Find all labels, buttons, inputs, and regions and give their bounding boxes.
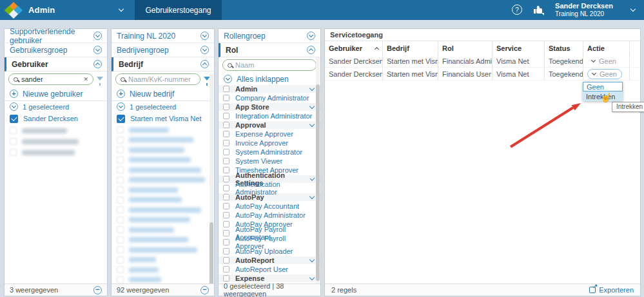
checkbox[interactable] [223, 176, 229, 182]
scrollbar[interactable] [210, 74, 213, 284]
chevron-down-icon[interactable] [309, 121, 315, 126]
expand-icon[interactable] [93, 32, 102, 40]
role-group-row[interactable]: Approval [219, 120, 320, 129]
checkbox[interactable] [223, 266, 229, 273]
chevron-down-icon[interactable] [309, 103, 315, 108]
checkbox[interactable] [223, 95, 229, 101]
feedback-icon[interactable] [534, 6, 543, 14]
checkbox[interactable] [223, 257, 229, 263]
collapse-icon[interactable] [93, 60, 102, 68]
chevron-down-icon[interactable] [309, 274, 315, 280]
checkbox[interactable] [223, 221, 229, 227]
role-group-row[interactable]: AutoReport [219, 256, 320, 265]
user-search-input[interactable]: sander ✕ [8, 73, 93, 85]
role-label: Expense Approver [235, 130, 293, 138]
checkbox[interactable] [223, 194, 229, 200]
checkbox[interactable] [223, 131, 229, 137]
checkbox-checked[interactable] [10, 115, 18, 123]
role-search-input[interactable]: Naam [222, 59, 317, 71]
checkbox[interactable] [223, 275, 229, 282]
user-menu[interactable]: Sander Dercksen Training NL 2020 [555, 2, 613, 17]
user-menu-chevron-icon[interactable] [630, 6, 636, 12]
role-item-row[interactable]: Company Administrator [219, 93, 320, 102]
checkbox[interactable] [223, 212, 229, 218]
action-select[interactable]: Geen [587, 57, 621, 66]
role-item-row[interactable]: Authentication Administrator [219, 184, 320, 193]
section-training-nl-2020[interactable]: Training NL 2020 [112, 29, 214, 43]
expand-icon[interactable] [93, 46, 102, 54]
column-header-rol[interactable]: Rol [438, 41, 492, 55]
checkbox[interactable] [223, 239, 229, 245]
column-header-actie[interactable]: Actie [583, 41, 629, 55]
new-company-button[interactable]: Nieuw bedrijf [112, 87, 214, 101]
section-bedrijvengroep[interactable]: Bedrijvengroep [112, 43, 214, 57]
section-gebruikersgroep[interactable]: Gebruikersgroep [5, 43, 107, 57]
role-item-row[interactable]: Expense Approver [219, 129, 320, 139]
section-bedrijf-active[interactable]: Bedrijf [112, 57, 214, 72]
role-group-row[interactable]: Admin [219, 84, 320, 93]
chevron-down-icon[interactable] [309, 85, 315, 90]
checkbox[interactable] [223, 86, 229, 92]
section-rollengroep[interactable]: Rollengroep [219, 29, 320, 43]
role-item-row[interactable]: AutoPay Payroll Approver [219, 238, 320, 247]
expand-icon[interactable] [307, 32, 315, 40]
role-group-row[interactable]: Expense [219, 274, 320, 283]
checkbox-checked[interactable] [117, 115, 125, 123]
section-supportverlenende-gebruiker[interactable]: Supportverlenende gebruiker [5, 29, 107, 43]
selected-company-row[interactable]: Starten met Visma Net [112, 112, 214, 125]
clear-search-icon[interactable]: ✕ [83, 76, 88, 82]
checkbox[interactable] [223, 167, 229, 173]
checkbox[interactable] [223, 149, 229, 155]
collapse-icon[interactable] [307, 46, 315, 54]
table-row[interactable]: Sander DercksenStarten met Visma NetFina… [325, 55, 640, 68]
checkbox[interactable] [223, 140, 229, 146]
company-search-input[interactable]: Naam/KvK-nummer [115, 73, 200, 85]
role-item-row[interactable]: System Viewer [219, 157, 320, 166]
chevron-down-icon[interactable] [309, 256, 315, 262]
new-user-button[interactable]: Nieuwe gebruiker [5, 87, 107, 101]
section-gebruiker-active[interactable]: Gebruiker [5, 57, 107, 72]
collapse-all-button[interactable]: Alles inklappen [219, 73, 320, 84]
selected-summary[interactable]: 1 geselecteerd [112, 101, 214, 112]
checkbox[interactable] [223, 185, 229, 191]
column-header-bedrijf[interactable]: Bedrijf [382, 41, 438, 55]
column-header-gebruiker[interactable]: Gebruiker [325, 41, 382, 55]
role-item-row[interactable]: AutoPay Accountant [219, 202, 320, 211]
plus-icon [10, 90, 18, 98]
expand-icon[interactable] [200, 46, 209, 54]
collapse-list-icon[interactable] [200, 286, 209, 294]
collapse-list-icon[interactable] [93, 286, 102, 294]
column-header-status[interactable]: Status [544, 41, 583, 55]
checkbox[interactable] [223, 113, 229, 119]
role-label: AutoReport [235, 256, 275, 264]
role-item-row[interactable]: System Administrator [219, 148, 320, 157]
checkbox[interactable] [223, 122, 229, 128]
expand-icon[interactable] [200, 32, 209, 40]
checkbox[interactable] [223, 203, 229, 209]
role-group-row[interactable]: App Store [219, 102, 320, 111]
filter-icon[interactable] [97, 77, 103, 81]
role-item-row[interactable]: Invoice Approver [219, 139, 320, 148]
product-menu-chevron-icon[interactable] [119, 6, 124, 12]
checkbox[interactable] [223, 230, 229, 236]
table-row[interactable]: Sander DercksenStarten met Visma NetFina… [325, 68, 640, 81]
selected-user-row[interactable]: Sander Dercksen [5, 112, 107, 125]
dropdown-option-geen[interactable]: Geen [583, 82, 623, 91]
tab-gebruikerstoegang[interactable]: Gebruikerstoegang [135, 0, 221, 20]
role-label: Company Administrator [235, 94, 309, 102]
checkbox[interactable] [223, 158, 229, 164]
checkbox[interactable] [223, 104, 229, 110]
selected-summary[interactable]: 1 geselecteerd [5, 101, 107, 112]
export-button[interactable]: Exporteren [589, 286, 634, 294]
action-select[interactable]: Geen [587, 69, 622, 79]
role-item-row[interactable]: AutoReport User [219, 265, 320, 274]
role-item-row[interactable]: Integration Administrator [219, 111, 320, 120]
column-header-service[interactable]: Service [492, 41, 544, 55]
role-item-row[interactable]: AutoPay Administrator [219, 211, 320, 220]
sort-ascending-icon [375, 46, 379, 51]
help-icon[interactable]: ? [512, 5, 522, 15]
checkbox[interactable] [223, 248, 229, 254]
collapse-icon[interactable] [200, 60, 209, 68]
scrollbar[interactable] [316, 57, 320, 284]
section-rol-active[interactable]: Rol [219, 43, 320, 57]
